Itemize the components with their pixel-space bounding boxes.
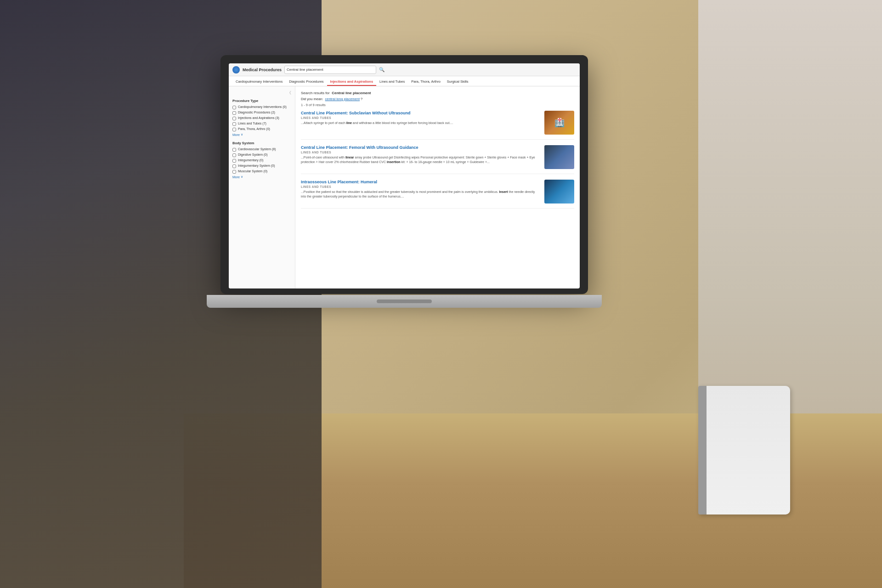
laptop-screen: Medical Procedures 🔍 Cardiopulmonary Int… [229, 63, 580, 288]
result-title-2[interactable]: Central Line Placement: Femoral With Ult… [301, 145, 541, 150]
result-category-1: LINES AND TUBES [301, 116, 541, 119]
result-title-1[interactable]: Central Line Placement: Subclavian Witho… [301, 111, 541, 115]
did-you-mean-text: Did you mean: [301, 97, 323, 101]
laptop-base [207, 295, 602, 308]
filter-digestive-label: Digestive System (0) [238, 153, 268, 157]
did-you-mean-link[interactable]: central long placement [325, 97, 360, 101]
search-input[interactable] [284, 66, 376, 74]
filter-digestive[interactable]: Digestive System (0) [232, 153, 291, 157]
tab-surgical[interactable]: Surgical Skills [444, 78, 472, 86]
nav-tabs: Cardiopulmonary Interventions Diagnostic… [229, 76, 580, 86]
result-text-2: Central Line Placement: Femoral With Ult… [301, 145, 541, 169]
results-count: 1 - 9 of 9 results [301, 103, 574, 107]
notebook [698, 386, 790, 514]
filter-muscular-checkbox[interactable] [232, 170, 236, 174]
result-snippet-1: ...Attach syringe to port of each line a… [301, 121, 541, 125]
filter-injections-checkbox[interactable] [232, 117, 236, 120]
tab-lines[interactable]: Lines and Tubes [376, 78, 408, 86]
sidebar-collapse-button[interactable]: 《 [232, 90, 291, 96]
filter-injections[interactable]: Injections and Aspirations (3) [232, 116, 291, 120]
sidebar: 《 Procedure Type Cardiopulmonary Interve… [229, 86, 295, 288]
result-title-3[interactable]: Intraosseous Line Placement: Humeral [301, 180, 541, 184]
body-more-chevron: ∨ [241, 175, 243, 179]
results-area: Search results for Central line placemen… [295, 86, 580, 288]
filter-para[interactable]: Para, Thora, Arthro (0) [232, 127, 291, 131]
main-content: 《 Procedure Type Cardiopulmonary Interve… [229, 86, 580, 288]
filter-diagnostic[interactable]: Diagnostic Procedures (2) [232, 111, 291, 115]
procedure-more-label: More [232, 133, 240, 136]
result-text-3: Intraosseous Line Placement: Humeral LIN… [301, 180, 541, 204]
filter-lines-checkbox[interactable] [232, 122, 236, 126]
result-image-1[interactable] [544, 111, 574, 135]
filter-cardiovascular-label: Cardiovascular System (8) [238, 147, 276, 151]
filter-integumentary1-label: Integumentary (0) [238, 158, 263, 162]
tab-diagnostic[interactable]: Diagnostic Procedures [286, 78, 327, 86]
result-image-3[interactable] [544, 180, 574, 204]
search-results-label: Search results for [301, 91, 330, 95]
filter-diagnostic-label: Diagnostic Procedures (2) [238, 111, 275, 114]
filter-para-checkbox[interactable] [232, 128, 236, 131]
result-text-1: Central Line Placement: Subclavian Witho… [301, 111, 541, 135]
filter-cardiopulmonary-checkbox[interactable] [232, 106, 236, 109]
filter-integumentary1[interactable]: Integumentary (0) [232, 158, 291, 163]
top-bar: Medical Procedures 🔍 [229, 63, 580, 76]
result-item-3: Intraosseous Line Placement: Humeral LIN… [301, 180, 574, 209]
filter-muscular[interactable]: Muscular System (0) [232, 170, 291, 174]
procedure-more-button[interactable]: More ∨ [232, 133, 291, 136]
procedure-more-chevron: ∨ [241, 133, 243, 136]
filter-integumentary1-checkbox[interactable] [232, 159, 236, 163]
filter-cardiovascular-checkbox[interactable] [232, 148, 236, 152]
body-more-button[interactable]: More ∨ [232, 175, 291, 179]
laptop: Medical Procedures 🔍 Cardiopulmonary Int… [220, 55, 625, 368]
result-category-2: LINES AND TUBES [301, 151, 541, 154]
result-snippet-3: ...Position the patient so that the shou… [301, 190, 541, 199]
tab-para[interactable]: Para, Thora, Arthro [408, 78, 444, 86]
filter-lines[interactable]: Lines and Tubes (7) [232, 122, 291, 126]
app-logo-icon [232, 66, 240, 74]
filter-para-label: Para, Thora, Arthro (0) [238, 127, 270, 131]
laptop-bezel: Medical Procedures 🔍 Cardiopulmonary Int… [220, 55, 588, 294]
filter-muscular-label: Muscular System (0) [238, 170, 267, 173]
tab-cardiopulmonary[interactable]: Cardiopulmonary Interventions [232, 78, 286, 86]
result-item-2: Central Line Placement: Femoral With Ult… [301, 145, 574, 174]
filter-cardiopulmonary[interactable]: Cardiopulmonary Interventions (0) [232, 105, 291, 109]
filter-integumentary2[interactable]: Integumentary System (0) [232, 164, 291, 168]
filter-digestive-checkbox[interactable] [232, 153, 236, 157]
result-item-1: Central Line Placement: Subclavian Witho… [301, 111, 574, 140]
app-title: Medical Procedures [243, 68, 282, 72]
procedure-type-heading: Procedure Type [232, 99, 291, 103]
filter-lines-label: Lines and Tubes (7) [238, 122, 266, 125]
body-system-heading: Body System [232, 141, 291, 145]
did-you-mean: Did you mean: central long placement ? [301, 97, 574, 101]
body-more-label: More [232, 175, 240, 179]
filter-cardiopulmonary-label: Cardiopulmonary Interventions (0) [238, 105, 287, 109]
result-category-3: LINES AND TUBES [301, 185, 541, 188]
filter-diagnostic-checkbox[interactable] [232, 111, 236, 115]
filter-integumentary2-checkbox[interactable] [232, 164, 236, 168]
result-image-2[interactable] [544, 145, 574, 169]
filter-injections-label: Injections and Aspirations (3) [238, 116, 279, 120]
filter-integumentary2-label: Integumentary System (0) [238, 164, 275, 168]
results-header: Search results for Central line placemen… [301, 91, 574, 95]
result-snippet-2: ...Point-of-care ultrasound with linear … [301, 155, 541, 164]
filter-cardiovascular[interactable]: Cardiovascular System (8) [232, 147, 291, 152]
search-icon[interactable]: 🔍 [379, 67, 384, 72]
search-query-text: Central line placement [332, 91, 371, 95]
tab-injections[interactable]: Injections and Aspirations [327, 78, 377, 86]
